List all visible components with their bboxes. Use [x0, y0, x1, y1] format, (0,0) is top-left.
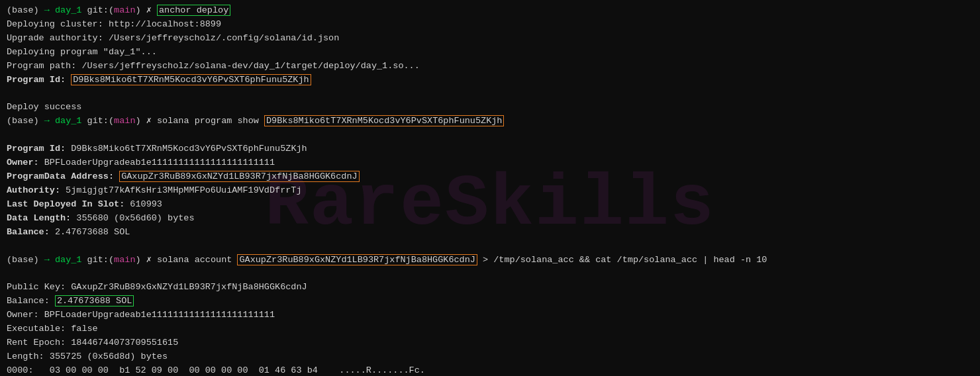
blank-4 [7, 267, 973, 281]
acc-owner: Owner: BPFLoaderUpgradeab1e1111111111111… [7, 308, 973, 322]
info-programdata: ProgramData Address: GAxupZr3RuB89xGxNZY… [7, 170, 973, 184]
prompt-base: (base) [7, 5, 44, 15]
prompt-x: ✗ [146, 5, 152, 15]
acc-executable: Executable: false [7, 322, 973, 336]
programdata-value: GAxupZr3RuB89xGxNZYd1LB93R7jxfNjBa8HGGK6… [119, 171, 359, 182]
line-1: (base) → day_1 git:(main) ✗ anchor deplo… [7, 4, 973, 18]
info-balance: Balance: 2.47673688 SOL [7, 226, 973, 240]
prompt-branch: main [114, 5, 135, 15]
line-3: Upgrade authority: /Users/jeffreyscholz/… [7, 32, 973, 46]
prompt-dir: day_1 [55, 5, 82, 15]
line-5: Program path: /Users/jeffreyscholz/solan… [7, 60, 973, 73]
info-last-deployed: Last Deployed In Slot: 610993 [7, 198, 973, 212]
hex-0000: 0000: 03 00 00 00 b1 52 09 00 00 00 00 0… [7, 364, 973, 376]
acc-balance: Balance: 2.47673688 SOL [7, 295, 973, 308]
line-4: Deploying program "day_1"... [7, 46, 973, 60]
line-deploy-success: Deploy success [7, 101, 973, 115]
line-prompt-3: (base) → day_1 git:(main) ✗ solana accou… [7, 254, 973, 267]
terminal-content: (base) → day_1 git:(main) ✗ anchor deplo… [7, 4, 973, 376]
info-owner: Owner: BPFLoaderUpgradeab1e1111111111111… [7, 156, 973, 170]
prompt-git-label: git:( [87, 5, 115, 15]
blank-3 [7, 240, 973, 254]
blank-2 [7, 128, 973, 142]
prompt-arrow: → [44, 5, 50, 15]
acc-rent-epoch: Rent Epoch: 18446744073709551615 [7, 336, 973, 350]
line-6: Program Id: D9Bks8Miko6tT7XRnM5Kocd3vY6P… [7, 73, 973, 87]
blank-1 [7, 87, 973, 101]
program-id-value: D9Bks8Miko6tT7XRnM5Kocd3vY6PvSXT6phFunu5… [71, 74, 311, 85]
acc-public-key: Public Key: GAxupZr3RuB89xGxNZYd1LB93R7j… [7, 281, 973, 295]
line-2: Deploying cluster: http://localhost:8899 [7, 18, 973, 32]
program-show-id: D9Bks8Miko6tT7XRnM5Kocd3vY6PvSXT6phFunu5… [264, 115, 504, 126]
cmd-anchor-deploy: anchor deploy [157, 5, 230, 16]
info-program-id: Program Id: D9Bks8Miko6tT7XRnM5Kocd3vY6P… [7, 142, 973, 156]
info-data-length: Data Length: 355680 (0x56d60) bytes [7, 212, 973, 226]
acc-length: Length: 355725 (0x56d8d) bytes [7, 350, 973, 364]
acc-balance-value: 2.47673688 SOL [55, 295, 134, 306]
line-prompt-2: (base) → day_1 git:(main) ✗ solana progr… [7, 115, 973, 128]
info-authority: Authority: 5jmigjgt77kAfKsHri3MHpMMFPo6U… [7, 184, 973, 198]
solana-account-addr: GAxupZr3RuB89xGxNZYd1LB93R7jxfNjBa8HGGK6… [237, 254, 477, 265]
program-id-label: Program Id: [7, 75, 71, 85]
